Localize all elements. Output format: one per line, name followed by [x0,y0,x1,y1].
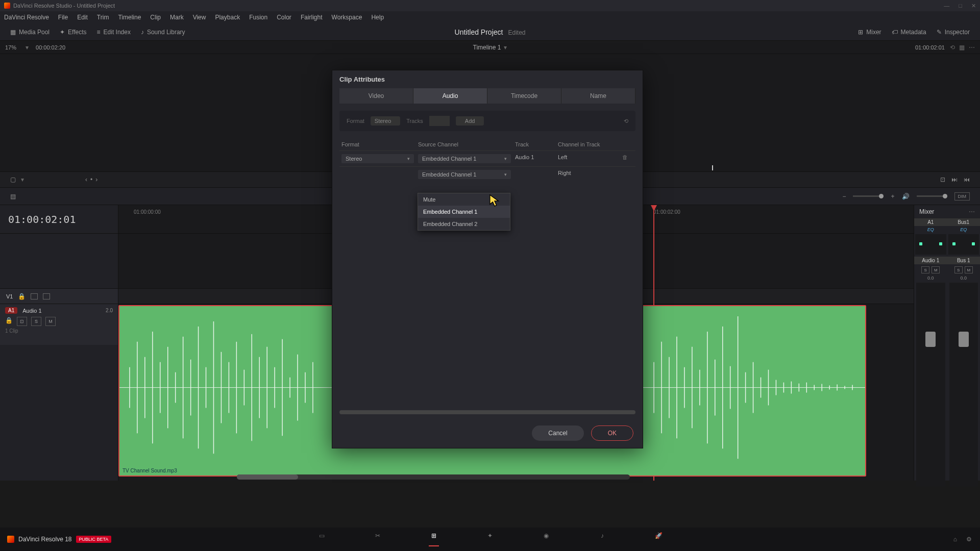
options-icon[interactable]: ⋯ [969,208,975,215]
menu-resolve[interactable]: DaVinci Resolve [4,14,49,21]
skip-last-icon[interactable]: ⏮ [964,176,970,183]
chevron-down-icon[interactable]: ▾ [26,44,29,51]
dialog-scrollbar[interactable] [339,410,635,414]
page-edit-icon[interactable]: ⊞ [429,532,439,546]
page-media-icon[interactable]: ▭ [316,532,327,546]
page-fusion-icon[interactable]: ✦ [485,532,495,546]
source-cell-dropdown-2[interactable]: Embedded Channel 1 [418,170,511,179]
solo-button[interactable]: S [921,266,929,273]
page-nav: DaVinci Resolve 18 PUBLIC BETA ▭ ✂ ⊞ ✦ ◉… [0,528,980,551]
loop-icon[interactable]: ⟲ [950,44,955,51]
sound-library-button[interactable]: ♪ Sound Library [136,27,190,38]
options-icon[interactable]: ⋯ [969,44,975,51]
menu-help[interactable]: Help [371,14,384,21]
delete-row-icon[interactable]: 🗑 [620,151,635,166]
maximize-icon[interactable]: □ [959,3,962,9]
grid-header: Format Source Channel Track Channel in T… [339,138,635,151]
a1-mute-button[interactable]: M [45,317,56,326]
audio-track-header[interactable]: A1 Audio 1 2.0 🔒 ⊡ S M 1 Clip [0,304,118,345]
menu-file[interactable]: File [58,14,68,21]
tab-name[interactable]: Name [561,88,635,104]
minimize-icon[interactable]: — [944,3,949,9]
page-cut-icon[interactable]: ✂ [373,532,383,546]
col-source: Source Channel [416,138,513,151]
menu-clip[interactable]: Clip [150,14,161,21]
fader[interactable] [949,283,978,487]
cancel-button[interactable]: Cancel [532,425,583,441]
skip-end-icon[interactable]: ⏭ [951,176,958,183]
format-cell-dropdown[interactable]: Stereo [341,154,414,163]
fader[interactable] [916,283,945,487]
metadata-button[interactable]: 🏷 Metadata [887,27,932,38]
video-track-header[interactable]: V1 🔒 [0,289,118,304]
reset-icon[interactable]: ⟲ [624,118,628,124]
menu-playback[interactable]: Playback [215,14,240,21]
inspector-button[interactable]: ✎ Inspector [932,27,975,38]
menu-item-ch1[interactable]: Embedded Channel 1 [418,206,510,218]
format-dropdown[interactable]: Stereo [371,116,400,126]
fader-handle[interactable] [925,332,936,347]
menu-item-ch2[interactable]: Embedded Channel 2 [418,218,510,230]
menu-timeline[interactable]: Timeline [118,14,141,21]
eq-label[interactable]: EQ [947,226,981,233]
tab-audio[interactable]: Audio [413,88,487,104]
mute-button[interactable]: M [965,266,973,273]
edit-index-button[interactable]: ≡ Edit Index [92,27,136,38]
selection-icon[interactable]: ▢ [10,176,16,183]
lock-icon[interactable]: 🔒 [18,293,26,300]
menu-fairlight[interactable]: Fairlight [301,14,323,21]
mixer-button[interactable]: ⊞ Mixer [853,27,886,38]
tab-timecode[interactable]: Timecode [487,88,561,104]
menu-color[interactable]: Color [277,14,291,21]
a1-solo-button[interactable]: S [31,317,41,326]
volume-slider[interactable] [917,195,947,197]
project-title: Untitled Project Edited [455,28,526,36]
zoom-slider[interactable] [853,195,884,197]
media-pool-button[interactable]: ▦ Media Pool [5,27,55,38]
prev-icon[interactable]: ‹ [85,176,87,183]
menu-workspace[interactable]: Workspace [332,14,362,21]
a1-tag[interactable]: A1 [5,307,17,314]
a1-auto-button[interactable]: ⊡ [17,317,27,326]
menu-mark[interactable]: Mark [170,14,184,21]
fader-handle[interactable] [959,332,969,347]
dim-button[interactable]: DIM [954,192,970,201]
db-value: 0.0 [947,276,981,281]
beta-badge: PUBLIC BETA [76,536,112,543]
home-icon[interactable]: ⌂ [953,536,957,543]
lock-icon[interactable]: 🔒 [5,317,13,326]
menu-trim[interactable]: Trim [97,14,109,21]
v1-toggle-1[interactable] [31,293,38,299]
mute-button[interactable]: M [932,266,940,273]
add-button[interactable]: Add [456,116,484,126]
match-frame-icon[interactable]: ⊡ [940,176,945,183]
page-color-icon[interactable]: ◉ [541,532,551,546]
eq-label[interactable]: EQ [914,226,947,233]
tracks-input[interactable] [429,116,450,126]
list-icon[interactable]: ▤ [10,193,16,200]
speaker-icon[interactable]: 🔊 [902,193,910,200]
source-cell-dropdown-1[interactable]: Embedded Channel 1 [418,154,511,163]
v1-toggle-2[interactable] [43,293,50,299]
page-deliver-icon[interactable]: 🚀 [653,532,664,546]
next-icon[interactable]: › [95,176,97,183]
tab-video[interactable]: Video [339,88,413,104]
timeline-scrollbar[interactable] [237,474,630,480]
grid-icon[interactable]: ▦ [959,44,965,51]
menu-edit[interactable]: Edit [77,14,88,21]
page-fairlight-icon[interactable]: ♪ [597,532,607,546]
track-headers: 01:00:02:01 V1 🔒 A1 Audio 1 2.0 🔒 ⊡ S M … [0,205,118,481]
app-name: DaVinci Resolve 18 [18,536,72,543]
effects-button[interactable]: ✦ Effects [55,27,91,38]
zoom-level[interactable]: 17% [5,44,16,51]
ok-button[interactable]: OK [591,425,633,441]
menu-fusion[interactable]: Fusion [249,14,267,21]
solo-button[interactable]: S [954,266,963,273]
menu-view[interactable]: View [193,14,206,21]
zoom-out-icon[interactable]: − [842,193,846,200]
chevron-down-icon[interactable]: ▾ [21,176,24,183]
zoom-in-icon[interactable]: + [891,193,894,200]
timeline-name[interactable]: Timeline 1 ▾ [473,44,507,51]
settings-icon[interactable]: ⚙ [966,536,972,543]
close-icon[interactable]: ✕ [971,3,976,9]
